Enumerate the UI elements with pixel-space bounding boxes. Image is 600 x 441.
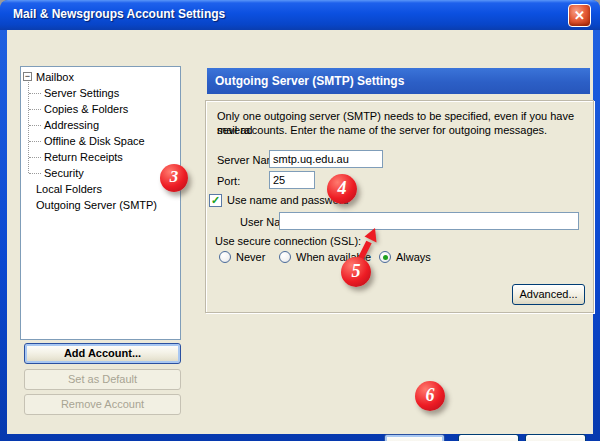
radio-icon[interactable] bbox=[279, 251, 291, 263]
panel-heading: Outgoing Server (SMTP) Settings bbox=[207, 68, 590, 94]
server-name-input[interactable] bbox=[269, 150, 383, 168]
help-button[interactable]: Help bbox=[525, 434, 586, 441]
annotation-badge-6: 6 bbox=[415, 381, 445, 411]
dialog-body: − Mailbox Server Settings Copies & Folde… bbox=[7, 30, 593, 434]
window-title: Mail & Newsgroups Account Settings bbox=[13, 0, 225, 29]
tree-item-server-settings[interactable]: Server Settings bbox=[21, 85, 180, 101]
tree-item-offline-disk[interactable]: Offline & Disk Space bbox=[21, 133, 180, 149]
ssl-label: Use secure connection (SSL): bbox=[215, 235, 361, 247]
annotation-badge-3: 3 bbox=[160, 164, 188, 192]
set-as-default-button: Set as Default bbox=[24, 369, 181, 390]
tree-item-local-folders[interactable]: Local Folders bbox=[21, 181, 180, 197]
remove-account-button: Remove Account bbox=[24, 394, 181, 415]
checkbox-checked-icon[interactable]: ✓ bbox=[209, 194, 222, 207]
port-input[interactable] bbox=[269, 171, 315, 189]
account-tree[interactable]: − Mailbox Server Settings Copies & Folde… bbox=[20, 66, 181, 340]
cancel-button[interactable]: Cancel bbox=[458, 434, 519, 441]
advanced-button[interactable]: Advanced... bbox=[512, 284, 585, 305]
user-name-input[interactable] bbox=[279, 212, 579, 230]
description-text: mail accounts. Enter the name of the ser… bbox=[217, 123, 589, 137]
title-bar: Mail & Newsgroups Account Settings ✕ bbox=[0, 0, 600, 30]
ssl-always-label: Always bbox=[396, 250, 431, 264]
annotation-badge-4: 4 bbox=[327, 174, 357, 204]
tree-item-copies-folders[interactable]: Copies & Folders bbox=[21, 101, 180, 117]
close-icon[interactable]: ✕ bbox=[568, 4, 591, 27]
ok-button[interactable]: OK bbox=[384, 434, 445, 441]
ssl-never-label: Never bbox=[236, 250, 265, 264]
radio-icon[interactable] bbox=[219, 251, 231, 263]
account-settings-dialog: Mail & Newsgroups Account Settings ✕ − M… bbox=[0, 0, 600, 441]
annotation-badge-5: 5 bbox=[341, 257, 371, 287]
ssl-radio-never[interactable]: Never bbox=[219, 250, 265, 264]
tree-item-security[interactable]: Security bbox=[21, 165, 180, 181]
tree-item-return-receipts[interactable]: Return Receipts bbox=[21, 149, 180, 165]
port-label: Port: bbox=[217, 175, 240, 187]
add-account-button[interactable]: Add Account... bbox=[24, 343, 181, 364]
tree-item-outgoing-server[interactable]: Outgoing Server (SMTP) bbox=[21, 197, 180, 213]
tree-item-mailbox[interactable]: Mailbox bbox=[21, 69, 180, 85]
tree-item-addressing[interactable]: Addressing bbox=[21, 117, 180, 133]
